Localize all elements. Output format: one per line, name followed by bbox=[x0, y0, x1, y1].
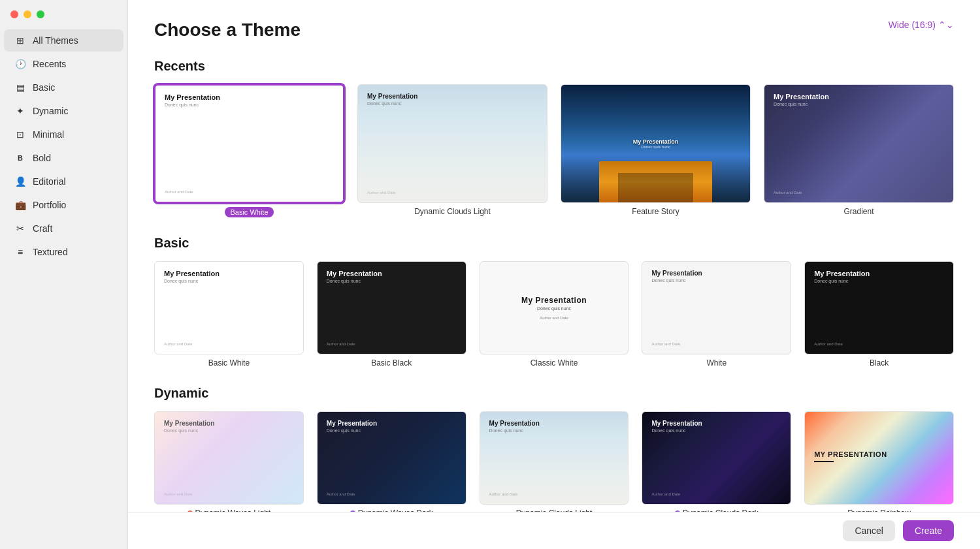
theme-label: White bbox=[706, 358, 727, 368]
theme-card-dynamic-waves-light[interactable]: My Presentation Donec quis nunc Author a… bbox=[154, 411, 304, 518]
bold-icon: B bbox=[14, 152, 26, 164]
thumb-subtitle: Donec quis nunc bbox=[367, 101, 538, 106]
theme-thumbnail[interactable]: My Presentation Donec quis nunc Author a… bbox=[154, 261, 304, 354]
theme-card-feature-story[interactable]: My Presentation Donec quis nunc Feature … bbox=[561, 84, 751, 217]
theme-card-black[interactable]: My Presentation Donec quis nunc Author a… bbox=[804, 261, 954, 368]
create-button[interactable]: Create bbox=[903, 520, 954, 541]
theme-thumbnail[interactable]: My Presentation Donec quis nunc Author a… bbox=[154, 84, 344, 203]
thumb-subtitle: Donec quis nunc bbox=[489, 428, 619, 433]
sidebar-item-recents[interactable]: 🕐 Recents bbox=[4, 53, 123, 75]
theme-thumbnail[interactable]: My Presentation Donec quis nunc bbox=[561, 84, 751, 203]
theme-label: Classic White bbox=[531, 358, 578, 368]
theme-label: Feature Story bbox=[632, 207, 679, 216]
theme-label: Black bbox=[870, 358, 889, 368]
all-themes-icon: ⊞ bbox=[14, 35, 26, 46]
thumb-title: My Presentation bbox=[327, 270, 457, 277]
thumb-author: Author and Date bbox=[327, 492, 457, 496]
aspect-ratio-selector[interactable]: Wide (16:9) ⌃⌄ bbox=[889, 20, 954, 30]
thumb-subtitle: Donec quis nunc bbox=[651, 428, 781, 433]
sidebar-item-label: Craft bbox=[33, 223, 52, 234]
theme-thumbnail[interactable]: My Presentation Donec quis nunc Author a… bbox=[317, 261, 466, 354]
thumb-author: Author and Date bbox=[367, 191, 538, 195]
thumb-divider bbox=[814, 461, 834, 462]
cancel-button[interactable]: Cancel bbox=[843, 520, 895, 541]
page-title: Choose a Theme bbox=[154, 20, 954, 40]
sidebar-item-minimal[interactable]: ⊡ Minimal bbox=[4, 123, 123, 146]
thumb-author: Author and Date bbox=[651, 342, 781, 346]
main-content: Choose a Theme Wide (16:9) ⌃⌄ Recents My… bbox=[128, 0, 980, 549]
sidebar-item-portfolio[interactable]: 💼 Portfolio bbox=[4, 194, 123, 216]
theme-card-dynamic-clouds-dark[interactable]: My Presentation Donec quis nunc Author a… bbox=[642, 411, 791, 518]
thumb-title: My Presentation bbox=[489, 420, 619, 427]
thumb-title: My Presentation bbox=[774, 93, 944, 101]
dynamic-section-title: Dynamic bbox=[154, 386, 954, 401]
theme-card-dynamic-waves-dark[interactable]: My Presentation Donec quis nunc Author a… bbox=[317, 411, 466, 518]
editorial-icon: 👤 bbox=[14, 176, 26, 187]
thumb-author: Author and Date bbox=[774, 191, 944, 195]
theme-thumbnail[interactable]: My Presentation Donec quis nunc Author a… bbox=[804, 261, 954, 354]
theme-thumbnail[interactable]: MY PRESENTATION bbox=[804, 411, 954, 505]
theme-card-white[interactable]: My Presentation Donec quis nunc Author a… bbox=[642, 261, 791, 368]
maximize-button[interactable] bbox=[37, 10, 44, 18]
window-controls bbox=[10, 10, 44, 18]
thumb-title: My Presentation bbox=[164, 270, 294, 277]
thumb-subtitle: Donec quis nunc bbox=[651, 278, 781, 283]
sidebar-item-all-themes[interactable]: ⊞ All Themes bbox=[4, 29, 123, 52]
theme-thumbnail[interactable]: My Presentation Donec quis nunc Author a… bbox=[642, 411, 791, 505]
sidebar-item-basic[interactable]: ▤ Basic bbox=[4, 76, 123, 99]
thumb-subtitle: Donec quis nunc bbox=[165, 102, 334, 107]
basic-grid: My Presentation Donec quis nunc Author a… bbox=[154, 261, 954, 368]
theme-label: Basic Black bbox=[371, 358, 412, 368]
thumb-title: My Presentation bbox=[651, 270, 781, 277]
thumb-title: My Presentation bbox=[327, 420, 457, 427]
sidebar-item-label: Recents bbox=[33, 59, 66, 69]
sidebar-item-dynamic[interactable]: ✦ Dynamic bbox=[4, 100, 123, 122]
theme-thumbnail[interactable]: My Presentation Donec quis nunc Author a… bbox=[480, 411, 629, 505]
theme-thumbnail[interactable]: My Presentation Donec quis nunc Author a… bbox=[642, 261, 791, 354]
thumb-author: Author and Date bbox=[165, 190, 334, 194]
theme-card-basic-black[interactable]: My Presentation Donec quis nunc Author a… bbox=[317, 261, 466, 368]
dynamic-grid: My Presentation Donec quis nunc Author a… bbox=[154, 411, 954, 518]
theme-card-dynamic-clouds-light[interactable]: My Presentation Donec quis nunc Author a… bbox=[480, 411, 629, 518]
theme-card-dynamic-rainbow[interactable]: MY PRESENTATION Dynamic Rainbow bbox=[804, 411, 954, 518]
theme-thumbnail[interactable]: My Presentation Donec quis nunc Author a… bbox=[317, 411, 466, 505]
thumb-subtitle: Donec quis nunc bbox=[327, 279, 457, 283]
sidebar-item-label: Minimal bbox=[33, 129, 64, 140]
craft-icon: ✂ bbox=[14, 223, 26, 234]
close-button[interactable] bbox=[10, 10, 18, 18]
theme-thumbnail[interactable]: My Presentation Donec quis nunc Author a… bbox=[154, 411, 304, 505]
sidebar-item-editorial[interactable]: 👤 Editorial bbox=[4, 170, 123, 193]
theme-card-basic-white-recent[interactable]: My Presentation Donec quis nunc Author a… bbox=[154, 84, 344, 217]
recents-grid: My Presentation Donec quis nunc Author a… bbox=[154, 84, 954, 217]
theme-card-dynamic-clouds-light-recent[interactable]: My Presentation Donec quis nunc Author a… bbox=[357, 84, 547, 217]
thumb-title: My Presentation bbox=[164, 420, 294, 427]
minimize-button[interactable] bbox=[24, 10, 31, 18]
sidebar-item-textured[interactable]: ≡ Textured bbox=[4, 241, 123, 263]
thumb-title: My Presentation bbox=[165, 93, 334, 101]
thumb-title: My Presentation bbox=[814, 270, 944, 277]
sidebar-item-bold[interactable]: B Bold bbox=[4, 147, 123, 169]
thumb-subtitle: Donec quis nunc bbox=[164, 428, 294, 433]
chevron-icon: ⌃⌄ bbox=[938, 20, 954, 30]
dynamic-icon: ✦ bbox=[14, 105, 26, 117]
theme-card-basic-white[interactable]: My Presentation Donec quis nunc Author a… bbox=[154, 261, 304, 368]
thumb-title: My Presentation bbox=[521, 296, 587, 305]
portfolio-icon: 💼 bbox=[14, 199, 26, 211]
bottom-bar: Cancel Create bbox=[128, 512, 980, 549]
theme-card-classic-white[interactable]: My Presentation Donec quis nunc Author a… bbox=[480, 261, 629, 368]
theme-thumbnail[interactable]: My Presentation Donec quis nunc Author a… bbox=[357, 84, 547, 203]
thumb-subtitle: Donec quis nunc bbox=[633, 145, 679, 149]
sidebar-item-craft[interactable]: ✂ Craft bbox=[4, 217, 123, 240]
textured-icon: ≡ bbox=[14, 246, 26, 258]
thumb-title: MY PRESENTATION bbox=[814, 450, 887, 458]
theme-thumbnail[interactable]: My Presentation Donec quis nunc Author a… bbox=[764, 84, 954, 203]
thumb-author: Author and Date bbox=[489, 492, 619, 496]
sidebar-item-label: Basic bbox=[33, 82, 55, 93]
theme-thumbnail[interactable]: My Presentation Donec quis nunc Author a… bbox=[480, 261, 629, 354]
theme-label: Gradient bbox=[843, 207, 874, 216]
sidebar: ⊞ All Themes 🕐 Recents ▤ Basic ✦ Dynamic… bbox=[0, 0, 128, 549]
theme-card-gradient[interactable]: My Presentation Donec quis nunc Author a… bbox=[764, 84, 954, 217]
thumb-title: My Presentation bbox=[651, 420, 781, 427]
thumb-author: Author and Date bbox=[814, 342, 944, 346]
thumb-author: Author and Date bbox=[164, 342, 294, 346]
